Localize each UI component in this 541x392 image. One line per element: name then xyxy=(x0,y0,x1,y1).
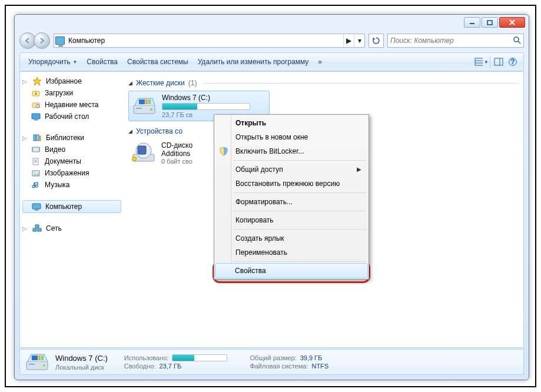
search-icon[interactable] xyxy=(513,36,521,46)
address-dropdown-icon[interactable]: ▾ xyxy=(354,34,364,47)
expand-icon: ▷ xyxy=(22,135,28,141)
ctx-properties[interactable]: Свойства xyxy=(215,263,368,278)
sidebar-item-label: Избранное xyxy=(46,77,82,85)
sidebar-item-label: Библиотеки xyxy=(46,134,84,142)
network-icon xyxy=(32,224,42,233)
forward-button[interactable] xyxy=(34,32,50,49)
ctx-open[interactable]: Открыть xyxy=(215,116,367,130)
close-button[interactable] xyxy=(499,17,525,28)
ctx-open-new-window[interactable]: Открыть в новом окне xyxy=(215,130,367,144)
ctx-label: Переименовать xyxy=(235,248,287,257)
documents-icon xyxy=(31,157,41,166)
view-mode-button[interactable]: ▼ xyxy=(474,55,489,69)
svg-point-47 xyxy=(43,364,45,367)
drive-title: Windows 7 (C:) xyxy=(162,94,250,102)
separator xyxy=(233,192,366,193)
submenu-arrow-icon: ▶ xyxy=(357,166,361,172)
status-free-label: Свободно: xyxy=(124,363,156,370)
toolbar-label: » xyxy=(318,58,322,66)
ctx-bitlocker[interactable]: Включить BitLocker... xyxy=(215,144,367,158)
minimize-button[interactable] xyxy=(464,17,480,28)
svg-rect-18 xyxy=(34,119,38,121)
sidebar-item-music[interactable]: Музыка xyxy=(20,179,124,191)
toolbar-overflow[interactable]: » xyxy=(313,55,327,68)
svg-rect-9 xyxy=(494,58,503,65)
svg-point-28 xyxy=(34,172,36,174)
uninstall-button[interactable]: Удалить или изменить программу xyxy=(193,55,314,68)
ctx-restore-previous[interactable]: Восстановить прежнюю версию xyxy=(215,177,367,191)
group-hard-disks[interactable]: ◢ Жесткие диски (1) xyxy=(128,79,519,87)
drive-icon xyxy=(25,351,49,373)
svg-rect-1 xyxy=(487,21,492,25)
sidebar-item-documents[interactable]: Документы xyxy=(20,155,124,167)
sidebar-network[interactable]: ▷Сеть xyxy=(20,222,124,234)
svg-rect-29 xyxy=(32,204,41,209)
ctx-copy[interactable]: Копировать xyxy=(215,213,367,227)
cdrom-line2: Additions xyxy=(161,150,192,158)
address-text: Компьютер xyxy=(66,36,343,45)
help-button[interactable]: ? xyxy=(506,55,520,69)
svg-line-5 xyxy=(518,41,520,44)
ctx-sharing[interactable]: Общий доступ▶ xyxy=(215,162,367,177)
sidebar-item-label: Загрузки xyxy=(45,89,73,97)
system-properties-button[interactable]: Свойства системы xyxy=(122,55,193,68)
ctx-format[interactable]: Форматировать... xyxy=(215,195,367,209)
svg-rect-43 xyxy=(138,146,146,154)
properties-button[interactable]: Свойства xyxy=(82,55,122,68)
separator xyxy=(233,160,366,161)
svg-text:?: ? xyxy=(510,58,515,66)
group-title: Жесткие диски xyxy=(136,79,185,87)
svg-marker-13 xyxy=(33,77,41,85)
svg-rect-21 xyxy=(39,136,41,141)
maximize-button[interactable] xyxy=(482,17,498,28)
sidebar-favorites[interactable]: ▷Избранное xyxy=(20,75,124,87)
sidebar-item-videos[interactable]: Видео xyxy=(20,144,124,155)
sidebar-item-pictures[interactable]: Изображения xyxy=(20,167,124,179)
preview-pane-button[interactable] xyxy=(492,55,506,69)
music-icon xyxy=(31,180,41,190)
svg-point-4 xyxy=(514,37,519,42)
svg-rect-33 xyxy=(35,225,39,228)
sidebar-libraries[interactable]: ▷Библиотеки xyxy=(20,132,124,144)
ctx-label: Открыть xyxy=(235,119,266,127)
annotation-frame: Компьютер ▶ ▾ Упорядочить▼ Свойства Свой… xyxy=(5,5,536,387)
search-box[interactable] xyxy=(387,34,524,48)
separator xyxy=(233,261,366,262)
desktop-icon xyxy=(31,112,41,121)
status-free-value: 23,7 ГБ xyxy=(159,363,181,370)
collapse-icon: ◢ xyxy=(128,80,132,86)
svg-rect-31 xyxy=(33,228,36,231)
sidebar-item-recent[interactable]: Недавние места xyxy=(20,99,124,111)
address-bar[interactable]: Компьютер ▶ ▾ xyxy=(54,34,365,48)
toolbar-label: Упорядочить xyxy=(28,58,70,66)
chevron-down-icon: ▼ xyxy=(484,59,489,65)
svg-rect-19 xyxy=(34,135,36,141)
ctx-label: Свойства xyxy=(235,267,266,275)
organize-button[interactable]: Упорядочить▼ xyxy=(24,55,82,68)
toolbar-label: Свойства xyxy=(87,58,118,66)
sidebar-item-desktop[interactable]: Рабочий стол xyxy=(20,111,124,122)
nav-buttons xyxy=(19,32,50,49)
svg-rect-20 xyxy=(36,135,39,141)
breadcrumb-arrow-icon[interactable]: ▶ xyxy=(343,34,354,47)
separator xyxy=(233,211,366,211)
ctx-create-shortcut[interactable]: Создать ярлык xyxy=(215,231,367,245)
search-input[interactable] xyxy=(390,36,513,45)
toolbar-label: Свойства системы xyxy=(127,58,188,66)
ctx-rename[interactable]: Переименовать xyxy=(215,245,367,260)
svg-rect-46 xyxy=(29,364,35,365)
sidebar-item-downloads[interactable]: Загрузки xyxy=(20,87,124,99)
expand-icon: ▷ xyxy=(22,78,28,85)
recent-icon xyxy=(31,100,41,109)
refresh-button[interactable] xyxy=(369,34,384,48)
pictures-icon xyxy=(31,168,41,178)
chevron-down-icon: ▼ xyxy=(72,59,77,65)
svg-rect-6 xyxy=(475,58,483,65)
ctx-label: Копировать xyxy=(235,216,274,224)
sidebar-item-label: Изображения xyxy=(45,169,89,177)
group-count: (1) xyxy=(188,79,197,87)
sidebar-computer[interactable]: Компьютер xyxy=(22,200,121,213)
ctx-label: Общий доступ xyxy=(235,165,283,174)
sidebar-item-label: Рабочий стол xyxy=(45,112,89,121)
ctx-label: Открыть в новом окне xyxy=(235,133,308,141)
